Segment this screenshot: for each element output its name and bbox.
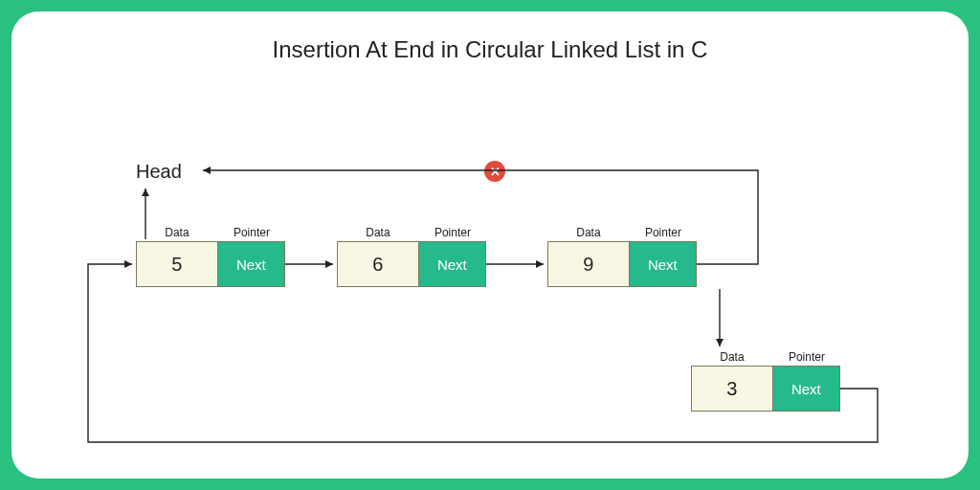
node-data-cell: 9 — [548, 242, 630, 286]
diagram-title: Insertion At End in Circular Linked List… — [11, 36, 969, 63]
node-pointer-header: Pointer — [419, 226, 486, 239]
node-pointer-cell: Next — [773, 367, 839, 411]
node-pointer-header: Pointer — [218, 226, 285, 239]
node-pointer-header: Pointer — [630, 226, 697, 239]
node-data-header: Data — [691, 350, 773, 364]
node-data-cell: 5 — [137, 242, 218, 286]
head-label: Head — [136, 161, 182, 183]
node-pointer-header: Pointer — [773, 350, 840, 364]
node-1: Data Pointer 5 Next — [136, 226, 285, 287]
node-data-header: Data — [337, 226, 419, 239]
diagram-canvas: Insertion At End in Circular Linked List… — [11, 11, 969, 479]
node-data-cell: 6 — [338, 242, 419, 286]
node-pointer-cell: Next — [419, 242, 485, 286]
node-data-cell: 3 — [692, 367, 773, 411]
node-3: Data Pointer 9 Next — [547, 226, 697, 287]
node-pointer-cell: Next — [630, 242, 696, 286]
node-2: Data Pointer 6 Next — [337, 226, 486, 287]
node-4: Data Pointer 3 Next — [691, 350, 840, 412]
close-icon: ✕ — [484, 161, 505, 182]
node-data-header: Data — [136, 226, 218, 239]
node-pointer-cell: Next — [218, 242, 284, 286]
node-data-header: Data — [547, 226, 630, 239]
